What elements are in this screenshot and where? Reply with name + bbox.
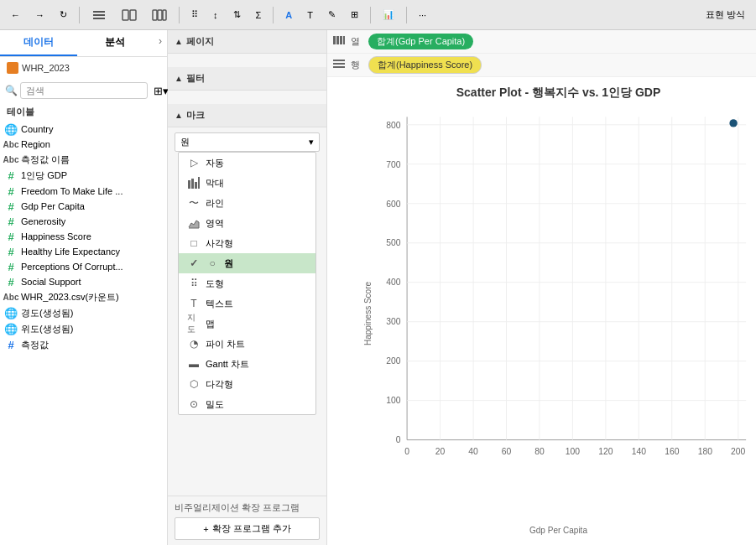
mark-option-label: 밀도 [206, 398, 224, 411]
tab-data[interactable]: 데이터 [0, 30, 77, 56]
add-ext-button[interactable]: + 확장 프로그램 추가 [175, 517, 320, 540]
hash-icon: # [5, 170, 17, 182]
svg-text:140: 140 [632, 447, 646, 456]
left-tabs: 데이터 분석 › [0, 30, 167, 57]
data-point[interactable] [729, 119, 737, 127]
toolbar-icon-5[interactable]: ↕ [207, 7, 224, 23]
tab-analysis[interactable]: 분석 [77, 30, 154, 56]
mark-option-area[interactable]: 영역 [179, 213, 315, 233]
svg-text:180: 180 [698, 447, 712, 456]
field-label: 측정값 [21, 339, 49, 351]
col-shelf-icon [332, 34, 346, 49]
mark-option-circle[interactable]: ✓ ○ 원 [179, 253, 315, 273]
forward-button[interactable]: → [29, 7, 50, 23]
mark-option-label: 원 [224, 257, 233, 270]
marks-section-header[interactable]: ▲ 마크 [168, 104, 326, 127]
toolbar-icon-9[interactable]: T [301, 7, 319, 23]
field-healthy-life[interactable]: # Healthy Life Expectancy [0, 244, 167, 259]
svg-text:800: 800 [386, 121, 400, 130]
toolbar-icon-2[interactable] [116, 4, 143, 26]
field-country[interactable]: 🌐 Country [0, 122, 167, 137]
refresh-button[interactable]: ↻ [54, 6, 73, 23]
toolbar-icon-7[interactable]: Σ [250, 7, 268, 23]
filters-section-header[interactable]: ▲ 필터 [168, 67, 326, 91]
field-freedom[interactable]: # Freedom To Make Life ... [0, 184, 167, 199]
map-icon: 지도 [187, 317, 201, 330]
search-input[interactable] [20, 82, 148, 99]
chart-inner: Happiness Score 100 200 300 400 [369, 109, 748, 518]
toolbar-icon-10[interactable]: ✎ [322, 6, 342, 23]
shape-icon: ⠿ [187, 277, 201, 290]
mark-option-square[interactable]: □ 사각형 [179, 233, 315, 253]
field-longitude[interactable]: 🌐 경도(생성됨) [0, 305, 167, 321]
field-region[interactable]: Abc Region [0, 137, 167, 152]
plus-icon: + [203, 524, 208, 534]
marks-type-dropdown[interactable]: 원 ▾ [175, 132, 320, 152]
field-whr-count[interactable]: Abc WHR_2023.csv(카운트) [0, 289, 167, 305]
mark-option-density[interactable]: ⊙ 밀도 [179, 394, 315, 414]
mark-option-line[interactable]: 〜 라인 [179, 193, 315, 213]
row-shelf: 행 합계(Happiness Score) [327, 54, 756, 77]
datasource-label[interactable]: WHR_2023 [0, 57, 167, 79]
marks-arrow-icon: ▲ [175, 111, 183, 120]
toolbar-icon-3[interactable] [146, 4, 173, 26]
toolbar-icon-8[interactable]: A [279, 7, 298, 23]
mark-option-polygon[interactable]: ⬡ 다각형 [179, 374, 315, 394]
field-gdp-per-capita[interactable]: # Gdp Per Capita [0, 199, 167, 214]
add-ext-label: 확장 프로그램 추가 [212, 522, 291, 535]
current-mark-type: 원 [180, 136, 190, 148]
circle-icon: ○ [206, 257, 219, 270]
table-label: 테이블 [0, 102, 167, 122]
toolbar-icon-4[interactable]: ⠿ [185, 6, 204, 23]
datasource-name: WHR_2023 [22, 63, 70, 73]
field-list: 🌐 Country Abc Region Abc 측정값 이름 # 1인당 GD… [0, 122, 167, 545]
field-latitude[interactable]: 🌐 위도(생성됨) [0, 321, 167, 337]
square-icon: □ [187, 236, 201, 250]
toolbar-icon-11[interactable]: ⊞ [345, 6, 364, 23]
density-icon: ⊙ [187, 397, 201, 411]
globe-icon: 🌐 [5, 308, 17, 319]
toolbar-more-button[interactable]: ··· [413, 7, 432, 23]
mark-option-shape[interactable]: ⠿ 도형 [179, 273, 315, 293]
col-pill[interactable]: 합계(Gdp Per Capita) [368, 34, 473, 49]
mark-option-pie[interactable]: ◔ 파이 차트 [179, 334, 315, 354]
field-happiness-score[interactable]: # Happiness Score [0, 229, 167, 244]
svg-rect-9 [191, 179, 194, 189]
toolbar-icon-6[interactable]: ⇅ [227, 6, 247, 23]
field-gdp-per-person[interactable]: # 1인당 GDP [0, 168, 167, 184]
back-button[interactable]: ← [5, 7, 26, 23]
field-perceptions[interactable]: # Perceptions Of Corrupt... [0, 259, 167, 274]
svg-text:100: 100 [386, 396, 400, 405]
mark-option-text[interactable]: T 텍스트 [179, 293, 315, 314]
field-measure-value[interactable]: # 측정값 [0, 337, 167, 353]
right-panel: 열 합계(Gdp Per Capita) 행 합계(Happiness Scor… [327, 30, 756, 545]
field-label: Social Support [21, 277, 81, 287]
svg-text:400: 400 [386, 278, 400, 287]
mark-option-bar[interactable]: 막대 [179, 173, 315, 193]
middle-panel: ▲ 페이지 ▲ 필터 ▲ 마크 원 ▾ ▷ 자동 [168, 30, 327, 545]
svg-text:80: 80 [534, 447, 545, 456]
mark-option-map[interactable]: 지도 맵 [179, 314, 315, 334]
field-label: 경도(생성됨) [21, 307, 73, 319]
field-social-support[interactable]: # Social Support [0, 274, 167, 289]
mark-option-gantt[interactable]: ▬ Gantt 차트 [179, 354, 315, 374]
line-icon: 〜 [187, 196, 201, 210]
svg-rect-7 [163, 10, 166, 20]
abc-icon: Abc [5, 154, 17, 166]
toolbar-icon-1[interactable] [86, 4, 112, 26]
svg-text:120: 120 [598, 447, 613, 456]
field-measure-name[interactable]: Abc 측정값 이름 [0, 152, 167, 168]
left-panel-collapse[interactable]: › [154, 30, 167, 56]
toolbar-sep-4 [370, 7, 371, 23]
mark-option-auto[interactable]: ▷ 자동 [179, 153, 315, 173]
svg-rect-2 [93, 18, 105, 19]
row-pill[interactable]: 합계(Happiness Score) [368, 56, 482, 74]
mark-option-label: 라인 [206, 197, 224, 210]
svg-text:200: 200 [386, 356, 400, 366]
field-label: Perceptions Of Corrupt... [21, 262, 123, 272]
field-generosity[interactable]: # Generosity [0, 214, 167, 229]
pages-section-header[interactable]: ▲ 페이지 [168, 30, 326, 54]
toolbar-icon-12[interactable]: 📊 [377, 6, 400, 23]
view-style-button[interactable]: 표현 방식 [700, 5, 751, 24]
svg-text:300: 300 [386, 317, 400, 326]
